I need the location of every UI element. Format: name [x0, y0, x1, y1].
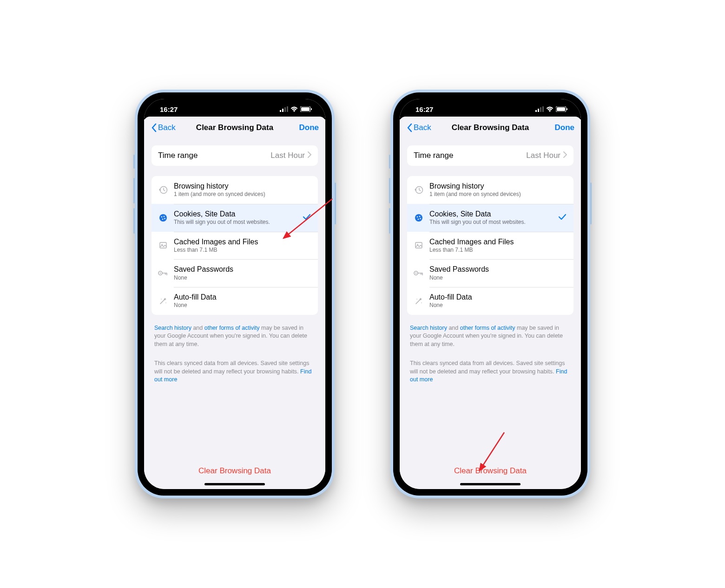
- svg-point-34: [417, 244, 418, 245]
- back-button[interactable]: Back: [151, 123, 176, 132]
- svg-rect-1: [282, 109, 283, 112]
- footer-note-2: This clears synced data from all devices…: [407, 359, 573, 384]
- search-history-link[interactable]: Search history: [154, 325, 191, 331]
- row-subtitle: Less than 7.1 MB: [174, 247, 311, 254]
- svg-rect-0: [280, 110, 281, 112]
- row-subtitle: 1 item (and more on synced devices): [174, 191, 311, 198]
- time-range-row[interactable]: Time range Last Hour: [152, 145, 318, 166]
- clear-browsing-data-button[interactable]: Clear Browsing Data: [152, 460, 318, 480]
- browsing-history-row[interactable]: Browsing history 1 item (and more on syn…: [407, 176, 573, 204]
- svg-point-12: [164, 218, 165, 219]
- row-title: Cookies, Site Data: [429, 209, 552, 218]
- row-title: Auto-fill Data: [429, 293, 567, 301]
- svg-point-10: [164, 216, 165, 217]
- cached-images-row[interactable]: Cached Images and Files Less than 7.1 MB: [407, 232, 573, 260]
- row-title: Browsing history: [429, 182, 567, 190]
- other-activity-link[interactable]: other forms of activity: [204, 325, 260, 331]
- side-button: [133, 208, 135, 234]
- row-title: Auto-fill Data: [174, 293, 311, 301]
- row-title: Cached Images and Files: [174, 237, 311, 246]
- chevron-right-icon: [308, 151, 311, 160]
- signal-icon: [535, 105, 544, 113]
- wifi-icon: [290, 105, 298, 113]
- battery-icon: [556, 105, 568, 113]
- side-button: [335, 183, 336, 224]
- svg-point-32: [420, 218, 421, 219]
- key-icon: [158, 268, 168, 278]
- svg-rect-20: [535, 110, 537, 112]
- cookie-icon: [158, 213, 168, 223]
- cookies-row[interactable]: Cookies, Site Data This will sign you ou…: [152, 204, 318, 232]
- search-history-link[interactable]: Search history: [410, 325, 447, 331]
- row-title: Browsing history: [174, 182, 311, 190]
- browsing-history-row[interactable]: Browsing history 1 item (and more on syn…: [152, 176, 318, 204]
- row-title: Cookies, Site Data: [174, 209, 297, 218]
- svg-point-8: [159, 214, 167, 222]
- nav-bar: Back Clear Browsing Data Done: [144, 117, 325, 139]
- svg-point-37: [416, 299, 417, 300]
- svg-point-16: [160, 273, 161, 274]
- wifi-icon: [546, 105, 554, 113]
- clear-browsing-data-button[interactable]: Clear Browsing Data: [407, 460, 573, 480]
- chevron-right-icon: [563, 151, 567, 160]
- side-button: [133, 178, 135, 203]
- svg-point-17: [161, 299, 162, 300]
- svg-point-31: [418, 218, 419, 220]
- time-range-value: Last Hour: [270, 151, 305, 160]
- svg-point-28: [415, 214, 422, 222]
- cookies-row[interactable]: Cookies, Site Data This will sign you ou…: [407, 204, 573, 232]
- back-label: Back: [158, 123, 176, 132]
- saved-passwords-row[interactable]: Saved Passwords None: [152, 259, 318, 287]
- nav-bar: Back Clear Browsing Data Done: [400, 117, 581, 139]
- svg-rect-5: [301, 107, 310, 111]
- back-button[interactable]: Back: [406, 123, 431, 132]
- svg-rect-25: [557, 107, 565, 111]
- row-title: Cached Images and Files: [429, 237, 567, 246]
- signal-icon: [280, 105, 288, 113]
- history-icon: [414, 185, 424, 195]
- data-types-group: Browsing history 1 item (and more on syn…: [407, 176, 573, 315]
- other-activity-link[interactable]: other forms of activity: [460, 325, 515, 331]
- time-range-row[interactable]: Time range Last Hour: [407, 145, 573, 166]
- autofill-row[interactable]: Auto-fill Data None: [152, 287, 318, 315]
- svg-rect-23: [542, 106, 544, 112]
- chevron-left-icon: [406, 123, 413, 132]
- svg-rect-22: [540, 107, 541, 112]
- image-icon: [158, 240, 168, 250]
- autofill-row[interactable]: Auto-fill Data None: [407, 287, 573, 315]
- saved-passwords-row[interactable]: Saved Passwords None: [407, 259, 573, 287]
- data-types-group: Browsing history 1 item (and more on syn…: [152, 176, 318, 315]
- row-title: Saved Passwords: [174, 265, 311, 274]
- time-range-label: Time range: [414, 151, 453, 160]
- footer-note-1: Search history and other forms of activi…: [152, 324, 318, 349]
- row-subtitle: This will sign you out of most websites.: [174, 219, 297, 226]
- phone-left: 16:27 Back Clear Browsing Data: [135, 90, 335, 498]
- footer-note-2: This clears synced data from all devices…: [152, 359, 318, 384]
- row-subtitle: Less than 7.1 MB: [429, 247, 567, 254]
- row-subtitle: 1 item (and more on synced devices): [429, 191, 567, 198]
- side-button: [389, 178, 390, 203]
- side-button: [389, 208, 390, 234]
- row-subtitle: None: [174, 274, 311, 282]
- done-button[interactable]: Done: [555, 123, 575, 132]
- svg-point-38: [421, 302, 422, 303]
- row-title: Saved Passwords: [429, 265, 567, 274]
- home-indicator[interactable]: [460, 483, 521, 485]
- page-title: Clear Browsing Data: [452, 123, 529, 132]
- chevron-left-icon: [151, 123, 157, 132]
- svg-rect-3: [287, 106, 288, 112]
- cached-images-row[interactable]: Cached Images and Files Less than 7.1 MB: [152, 232, 318, 260]
- cookie-icon: [414, 213, 424, 223]
- home-indicator[interactable]: [204, 483, 265, 485]
- done-button[interactable]: Done: [299, 123, 319, 132]
- row-subtitle: This will sign you out of most websites.: [429, 219, 552, 226]
- key-icon: [414, 268, 424, 278]
- status-time: 16:27: [160, 105, 178, 113]
- row-subtitle: None: [429, 302, 567, 309]
- checkmark-icon: [302, 213, 311, 222]
- svg-point-30: [419, 216, 421, 217]
- wand-icon: [414, 296, 424, 306]
- battery-icon: [300, 105, 312, 113]
- svg-rect-26: [567, 108, 567, 110]
- checkmark-icon: [558, 213, 567, 222]
